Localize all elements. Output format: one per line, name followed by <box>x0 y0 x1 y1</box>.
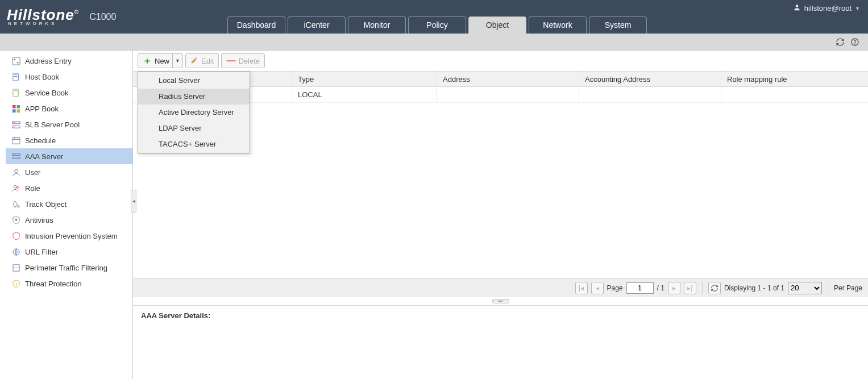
plus-icon: ＋ <box>143 56 152 65</box>
refresh-button[interactable] <box>835 37 845 47</box>
tab-network[interactable]: Network <box>529 16 587 34</box>
sidebar-item-address-entry[interactable]: Address Entry <box>6 53 132 69</box>
details-panel: AAA Server Details: <box>133 305 868 379</box>
sidebar-item-url-filter[interactable]: URL Filter <box>6 244 132 260</box>
schedule-icon <box>11 136 20 145</box>
tab-system[interactable]: System <box>589 16 647 34</box>
sidebar-item-label: Threat Protection <box>25 280 82 288</box>
details-title: AAA Server Details: <box>141 311 860 320</box>
sidebar-item-label: Schedule <box>25 136 56 145</box>
host-book-icon <box>11 72 20 81</box>
cell-type: LOCAL <box>292 87 437 102</box>
dropdown-item-ldap-server[interactable]: LDAP Server <box>138 120 250 136</box>
url-filter-icon <box>11 247 20 256</box>
sidebar-item-schedule[interactable]: Schedule <box>6 132 132 148</box>
svg-point-26 <box>14 169 18 172</box>
pager: |◂ ◂ Page / 1 ▸ ▸| Displaying 1 - 1 of 1… <box>133 278 868 297</box>
sidebar-item-threat[interactable]: Threat Protection <box>6 276 132 291</box>
tab-icenter[interactable]: iCenter <box>288 16 346 34</box>
tab-policy[interactable]: Policy <box>408 16 466 34</box>
sidebar-item-label: User <box>25 168 40 177</box>
cell-acct-address <box>579 87 721 102</box>
sidebar-item-ips[interactable]: Intrusion Prevention System <box>6 228 132 244</box>
sidebar-item-label: Track Object <box>25 200 67 209</box>
tab-monitor[interactable]: Monitor <box>348 16 406 34</box>
pager-first[interactable]: |◂ <box>575 282 588 294</box>
pager-display-text: Displaying 1 - 1 of 1 <box>724 284 784 292</box>
delete-button[interactable]: — Delete <box>221 53 265 68</box>
dropdown-item-ad-server[interactable]: Active Directory Server <box>138 105 250 120</box>
edit-button[interactable]: Edit <box>185 53 219 68</box>
edit-button-label: Edit <box>201 57 214 65</box>
sidebar-item-slb[interactable]: SLB Server Pool <box>6 116 132 132</box>
aaa-server-icon <box>11 152 20 161</box>
new-button[interactable]: ＋ New ▼ <box>138 53 183 68</box>
pager-separator-2 <box>828 282 828 294</box>
cell-role-mapping <box>721 87 868 102</box>
sidebar-item-label: URL Filter <box>25 248 58 256</box>
sidebar-item-app-book[interactable]: APP Book <box>6 101 132 116</box>
col-role-mapping[interactable]: Role mapping rule <box>721 72 868 86</box>
svg-point-28 <box>16 186 19 188</box>
pager-prev[interactable]: ◂ <box>591 282 604 294</box>
svg-point-27 <box>14 185 16 188</box>
sidebar-item-track-object[interactable]: Track Object <box>6 196 132 212</box>
sidebar-item-label: AAA Server <box>25 152 63 161</box>
col-address[interactable]: Address <box>437 72 579 86</box>
pager-page-input[interactable] <box>626 282 654 294</box>
svg-rect-9 <box>13 89 18 96</box>
svg-rect-19 <box>12 137 19 143</box>
pager-next[interactable]: ▸ <box>668 282 680 294</box>
col-type[interactable]: Type <box>292 72 437 86</box>
col-acct-address[interactable]: Accounting Address <box>579 72 721 86</box>
sidebar-item-aaa-server[interactable]: AAA Server <box>6 148 132 164</box>
service-book-icon <box>11 88 20 97</box>
user-label: hillstone@root <box>804 4 852 13</box>
svg-point-2 <box>854 44 855 44</box>
dropdown-item-radius-server[interactable]: Radius Server <box>138 89 250 105</box>
sidebar-item-perimeter[interactable]: Perimeter Traffic Filtering <box>6 260 132 276</box>
new-button-label: New <box>155 57 169 65</box>
pager-per-page-label: Per Page <box>834 284 862 292</box>
sidebar-item-user[interactable]: User <box>6 164 132 180</box>
tab-object[interactable]: Object <box>468 16 526 34</box>
sidebar-item-label: Address Entry <box>25 57 72 65</box>
perimeter-icon <box>11 263 20 272</box>
sidebar-item-service-book[interactable]: Service Book <box>6 85 132 101</box>
sidebar-item-host-book[interactable]: Host Book <box>6 69 132 85</box>
sidebar-item-label: SLB Server Pool <box>25 120 80 129</box>
svg-rect-3 <box>12 57 19 64</box>
app-book-icon <box>11 104 20 113</box>
sidebar-item-antivirus[interactable]: Antivirus <box>6 212 132 228</box>
nav-tabs: Dashboard iCenter Monitor Policy Object … <box>227 16 649 34</box>
svg-point-4 <box>14 59 15 60</box>
svg-rect-12 <box>16 105 20 108</box>
dropdown-item-local-server[interactable]: Local Server <box>138 73 250 89</box>
details-splitter[interactable]: ••• <box>133 297 868 305</box>
antivirus-icon <box>11 215 20 224</box>
cell-address <box>437 87 579 102</box>
threat-icon <box>11 279 20 288</box>
sidebar-item-role[interactable]: Role <box>6 180 132 196</box>
splitter-grip-icon: ••• <box>492 299 509 303</box>
chevron-down-icon: ▼ <box>855 6 860 11</box>
sub-toolbar <box>0 34 868 51</box>
sidebar-item-label: APP Book <box>25 105 59 113</box>
pager-refresh[interactable] <box>708 282 721 294</box>
dropdown-item-tacacs-server[interactable]: TACACS+ Server <box>138 136 250 152</box>
main-area: ＋ New ▼ Edit — Delete Local Server Radiu… <box>133 51 868 379</box>
tab-dashboard[interactable]: Dashboard <box>227 16 285 34</box>
chevron-down-icon[interactable]: ▼ <box>172 54 182 68</box>
user-menu[interactable]: hillstone@root ▼ <box>793 3 860 13</box>
slb-icon <box>11 120 20 129</box>
edit-icon <box>190 56 198 66</box>
minus-icon: — <box>226 56 235 65</box>
help-button[interactable] <box>850 37 860 47</box>
sidebar-item-label: Antivirus <box>25 216 53 224</box>
sidebar-item-label: Role <box>25 184 40 193</box>
svg-point-29 <box>17 205 19 207</box>
pager-per-page-select[interactable]: 20 <box>788 282 822 294</box>
pager-last[interactable]: ▸| <box>684 282 696 294</box>
sidebar-item-label: Intrusion Prevention System <box>25 232 118 240</box>
pager-separator <box>702 282 703 294</box>
